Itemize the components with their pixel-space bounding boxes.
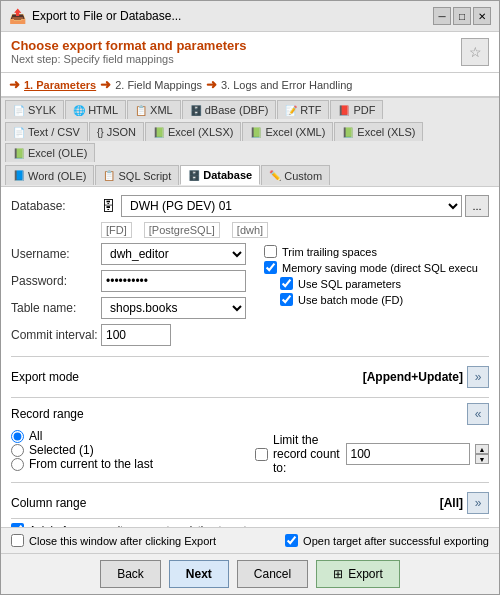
column-range-nav-button[interactable]: »	[467, 492, 489, 514]
radio-from-current[interactable]	[11, 458, 24, 471]
export-mode-controls: [Append+Update] »	[363, 366, 489, 388]
tab-json[interactable]: {} JSON	[89, 122, 144, 141]
column-range-controls: [All] »	[440, 492, 489, 514]
tab-wordole-label: Word (OLE)	[28, 170, 86, 182]
tab-sylk-label: SYLK	[28, 104, 56, 116]
batch-mode-checkbox[interactable]	[280, 293, 293, 306]
right-column: Trim trailing spaces Memory saving mode …	[254, 243, 489, 351]
commit-label: Commit interval:	[11, 328, 101, 342]
commit-control: 100	[101, 324, 246, 346]
open-target-checkbox[interactable]	[285, 534, 298, 547]
close-window-checkbox[interactable]	[11, 534, 24, 547]
tab-excelxml[interactable]: 📗 Excel (XML)	[242, 122, 333, 141]
username-label: Username:	[11, 247, 101, 261]
limit-input[interactable]: 100	[346, 443, 470, 465]
tab-database[interactable]: 🗄️ Database	[180, 165, 260, 185]
tab-excelxml-label: Excel (XML)	[265, 126, 325, 138]
radio-all-label: All	[29, 429, 42, 443]
cancel-button[interactable]: Cancel	[237, 560, 308, 588]
favorites-button[interactable]: ☆	[461, 38, 489, 66]
radio-from-current-row: From current to the last	[11, 457, 245, 471]
next-button[interactable]: Next	[169, 560, 229, 588]
export-icon: ⊞	[333, 567, 343, 581]
tablename-row: Table name: shops.books	[11, 297, 246, 319]
custom-icon: ✏️	[269, 170, 281, 181]
trim-spaces-checkbox[interactable]	[264, 245, 277, 258]
window-title: Export to File or Database...	[32, 9, 181, 23]
radio-selected-row: Selected (1)	[11, 443, 245, 457]
tab-html[interactable]: 🌐 HTML	[65, 100, 126, 119]
tab-excelxls[interactable]: 📗 Excel (XLS)	[334, 122, 423, 141]
divider-2	[11, 397, 489, 398]
export-button[interactable]: ⊞ Export	[316, 560, 400, 588]
main-window: 📤 Export to File or Database... ─ □ ✕ Ch…	[0, 0, 500, 595]
sylk-icon: 📄	[13, 105, 25, 116]
database-row: Database: 🗄 DWH (PG DEV) 01 ...	[11, 195, 489, 217]
step1-arrow: ➜	[9, 77, 20, 92]
minimize-button[interactable]: ─	[433, 7, 451, 25]
bottom-options: Close this window after clicking Export …	[1, 527, 499, 553]
wordole-icon: 📘	[13, 170, 25, 181]
back-label: Back	[117, 567, 144, 581]
limit-checkbox[interactable]	[255, 448, 268, 461]
db-info-schema: [dwh]	[232, 222, 268, 238]
next-label: Next	[186, 567, 212, 581]
database-icon: 🗄️	[188, 170, 200, 181]
radio-all[interactable]	[11, 430, 24, 443]
password-row: Password:	[11, 270, 246, 292]
password-input[interactable]	[101, 270, 246, 292]
tab-rtf[interactable]: 📝 RTF	[277, 100, 329, 119]
close-window-label: Close this window after clicking Export	[29, 535, 216, 547]
json-icon: {}	[97, 127, 104, 138]
limit-decrement-button[interactable]: ▼	[475, 454, 489, 464]
tab-textcsv-label: Text / CSV	[28, 126, 80, 138]
step3-label[interactable]: 3. Logs and Error Handling	[221, 79, 352, 91]
username-select[interactable]: dwh_editor	[101, 243, 246, 265]
tab-row-2: 📄 Text / CSV {} JSON 📗 Excel (XLSX) 📗 Ex…	[1, 120, 499, 163]
tab-sylk[interactable]: 📄 SYLK	[5, 100, 64, 119]
record-range-section: Record range « All Selected (1) From cu	[11, 403, 489, 477]
tab-excelxlsx[interactable]: 📗 Excel (XLSX)	[145, 122, 241, 141]
radio-selected[interactable]	[11, 444, 24, 457]
header-sub-title: Next step: Specify field mappings	[11, 53, 247, 65]
steps-bar: ➜ 1. Parameters ➜ 2. Field Mappings ➜ 3.…	[1, 73, 499, 98]
step2-label[interactable]: 2. Field Mappings	[115, 79, 202, 91]
content-area: Database: 🗄 DWH (PG DEV) 01 ... [FD] [Po…	[1, 187, 499, 527]
left-column: Username: dwh_editor Password:	[11, 243, 246, 351]
radio-selected-label: Selected (1)	[29, 443, 94, 457]
tablename-label: Table name:	[11, 301, 101, 315]
close-button[interactable]: ✕	[473, 7, 491, 25]
record-range-nav-button[interactable]: «	[467, 403, 489, 425]
tablename-select[interactable]: shops.books	[101, 297, 246, 319]
window-icon: 📤	[9, 8, 26, 24]
record-range-label: Record range	[11, 407, 84, 421]
limit-spinner: ▲ ▼	[475, 444, 489, 464]
tab-dbase[interactable]: 🗄️ dBase (DBF)	[182, 100, 277, 119]
database-browse-button[interactable]: ...	[465, 195, 489, 217]
tab-xml[interactable]: 📋 XML	[127, 100, 181, 119]
step3-arrow: ➜	[206, 77, 217, 92]
export-label: Export	[348, 567, 383, 581]
step1-label[interactable]: 1. Parameters	[24, 79, 96, 91]
tab-excelole-label: Excel (OLE)	[28, 147, 87, 159]
memory-saving-checkbox[interactable]	[264, 261, 277, 274]
tab-pdf[interactable]: 📕 PDF	[330, 100, 383, 119]
tab-custom[interactable]: ✏️ Custom	[261, 165, 330, 185]
database-control: 🗄 DWH (PG DEV) 01 ...	[101, 195, 489, 217]
tab-wordole[interactable]: 📘 Word (OLE)	[5, 165, 94, 185]
ask-overwrite-row: Ask before overwrite or empty existing t…	[11, 518, 489, 527]
export-mode-nav-button[interactable]: »	[467, 366, 489, 388]
maximize-button[interactable]: □	[453, 7, 471, 25]
tablename-control: shops.books	[101, 297, 246, 319]
back-button[interactable]: Back	[100, 560, 161, 588]
header-section: Choose export format and parameters Next…	[1, 32, 499, 73]
sqlscript-icon: 📋	[103, 170, 115, 181]
database-label: Database:	[11, 199, 101, 213]
limit-increment-button[interactable]: ▲	[475, 444, 489, 454]
commit-input[interactable]: 100	[101, 324, 171, 346]
database-select[interactable]: DWH (PG DEV) 01	[121, 195, 462, 217]
tab-textcsv[interactable]: 📄 Text / CSV	[5, 122, 88, 141]
sql-params-checkbox[interactable]	[280, 277, 293, 290]
tab-excelole[interactable]: 📗 Excel (OLE)	[5, 143, 95, 162]
tab-sqlscript[interactable]: 📋 SQL Script	[95, 165, 179, 185]
